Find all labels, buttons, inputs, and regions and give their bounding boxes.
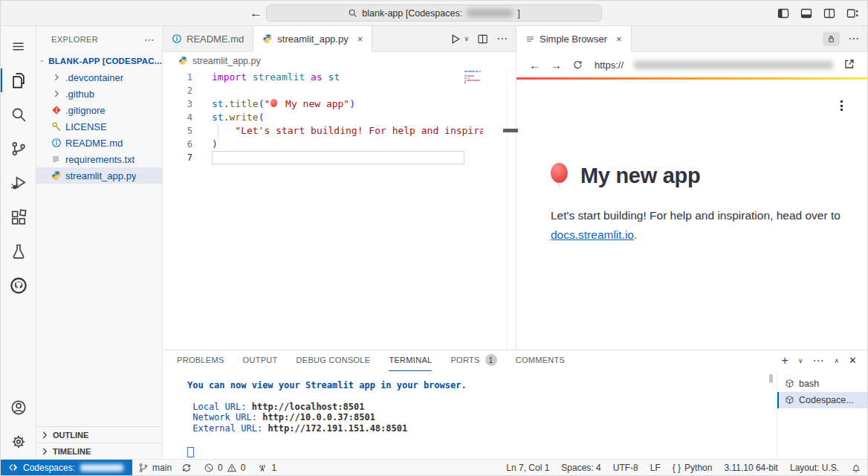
history-back-icon[interactable]: ← <box>250 6 262 21</box>
editor-more-actions-icon[interactable]: ⋯ <box>496 32 508 45</box>
code-line[interactable]: 3st.title(" My new app") <box>163 97 516 111</box>
eol-status[interactable]: LF <box>644 460 667 475</box>
redacted-codespace-name <box>467 9 513 17</box>
menu-button[interactable] <box>1 29 36 63</box>
ports-status[interactable]: 1 <box>251 460 282 475</box>
tree-item-gitignore[interactable]: .gitignore <box>36 102 162 118</box>
language-status[interactable]: { }Python <box>667 460 719 475</box>
activity-testing[interactable] <box>1 234 36 268</box>
sync-icon[interactable] <box>181 463 192 473</box>
timeline-section[interactable]: TIMELINE <box>36 443 162 459</box>
close-tab-icon[interactable]: × <box>357 33 363 45</box>
search-icon <box>348 8 357 18</box>
breadcrumb-file[interactable]: streamlit_app.py <box>192 56 261 66</box>
code-line[interactable]: 7 <box>163 151 516 164</box>
workbench: EXPLORER ⋯ BLANK-APP [CODESPAC... .devco… <box>1 26 867 459</box>
activity-extensions[interactable] <box>1 200 36 234</box>
breadcrumb[interactable]: streamlit_app.py <box>163 52 516 69</box>
tree-item-streamlit-app[interactable]: streamlit_app.py <box>36 167 162 184</box>
command-center-search[interactable]: blank-app [Codespaces: ] <box>266 4 602 22</box>
activity-bar <box>1 26 36 459</box>
browser-forward-icon[interactable]: → <box>551 59 562 71</box>
activity-github[interactable] <box>1 268 36 303</box>
line-number: 2 <box>163 84 192 97</box>
url-scheme[interactable]: https:// <box>595 60 624 71</box>
close-panel-icon[interactable]: ✕ <box>849 355 857 366</box>
cursor-position-status[interactable]: Ln 7, Col 1 <box>500 460 555 475</box>
code-line[interactable]: 1import streamlit as st <box>163 71 516 84</box>
branch-status[interactable]: main <box>132 460 198 475</box>
code-line[interactable]: 4st.write( <box>163 111 516 124</box>
terminal-dropdown-icon[interactable]: ∨ <box>798 357 803 364</box>
code-editor[interactable]: 1import streamlit as st23st.title(" My n… <box>163 69 516 350</box>
panel-tab-debug-console[interactable]: DEBUG CONSOLE <box>297 350 371 371</box>
activity-explorer[interactable] <box>1 63 36 97</box>
minimap[interactable] <box>464 71 489 105</box>
toggle-sidebar-icon[interactable] <box>777 7 789 19</box>
split-editor-icon[interactable] <box>477 33 488 45</box>
close-tab-icon[interactable]: × <box>616 33 622 45</box>
tree-item-devcontainer[interactable]: .devcontainer <box>36 69 162 86</box>
problems-status[interactable]: 0 0 <box>198 460 251 475</box>
outline-section[interactable]: OUTLINE <box>36 426 162 443</box>
terminal-actions: + ∨ ⋯ ∧ ✕ <box>782 350 857 371</box>
toggle-secondary-sidebar-icon[interactable] <box>823 7 835 19</box>
docs-link[interactable]: docs.streamlit.io <box>551 228 634 241</box>
activity-source-control[interactable] <box>1 132 36 166</box>
menu-icon <box>11 39 25 54</box>
open-external-icon[interactable] <box>843 58 855 70</box>
titlebar: ← → blank-app [Codespaces: ] <box>1 1 867 26</box>
keyboard-layout-status[interactable]: Layout: U.S. <box>784 460 845 475</box>
python-icon <box>178 56 188 65</box>
panel-tab-ports[interactable]: PORTS1 <box>450 350 496 371</box>
terminal-line: External URL: http://172.191.151.48:8501 <box>187 423 772 434</box>
tree-item-requirements[interactable]: requirements.txt <box>36 151 162 167</box>
redacted-codespace-name <box>80 464 123 472</box>
panel-tab-output[interactable]: OUTPUT <box>243 350 278 371</box>
new-terminal-icon[interactable]: + <box>782 354 788 367</box>
tree-item-readme[interactable]: README.md <box>36 135 162 151</box>
explorer-more-actions-icon[interactable]: ⋯ <box>144 33 155 45</box>
run-dropdown-icon[interactable]: ∨ <box>464 35 469 42</box>
lock-toggle-button[interactable] <box>823 32 840 46</box>
reload-icon[interactable] <box>572 60 583 70</box>
tab-streamlit-app[interactable]: streamlit_app.py × <box>253 26 372 52</box>
terminal-session-codespace[interactable]: Codespace... <box>777 392 867 408</box>
code-line[interactable]: 2 <box>163 84 516 97</box>
python-version-status[interactable]: 3.11.10 64-bit <box>718 460 784 475</box>
remote-indicator[interactable]: Codespaces: <box>1 460 132 475</box>
browser-more-actions-icon[interactable]: ⋯ <box>848 32 860 45</box>
git-diamond-icon <box>51 105 62 115</box>
panel-tab-comments[interactable]: COMMENTS <box>516 350 566 371</box>
toggle-panel-icon[interactable] <box>800 7 812 19</box>
app-paragraph: Let's start building! For help and inspi… <box>551 206 866 245</box>
panel-tab-problems[interactable]: PROBLEMS <box>177 350 224 371</box>
panel-tab-terminal[interactable]: TERMINAL <box>389 350 432 371</box>
code-line[interactable]: 5 "Let's start building! For help and in… <box>163 124 516 138</box>
sash-handle[interactable] <box>503 129 518 132</box>
activity-settings[interactable] <box>1 425 36 459</box>
terminal-session-bash[interactable]: bash <box>777 376 867 392</box>
indentation-status[interactable]: Spaces: 4 <box>555 460 606 475</box>
terminal-output[interactable]: You can now view your Streamlit app in y… <box>163 371 772 460</box>
maximize-panel-icon[interactable]: ∧ <box>835 357 840 364</box>
activity-search[interactable] <box>1 97 36 132</box>
streamlit-menu-icon[interactable] <box>841 100 843 111</box>
tree-root-blank-app[interactable]: BLANK-APP [CODESPAC... <box>36 53 162 69</box>
activity-run-debug[interactable] <box>1 166 36 200</box>
code-line[interactable]: 6) <box>163 138 516 151</box>
customize-layout-icon[interactable] <box>846 7 858 19</box>
tab-simple-browser[interactable]: Simple Browser × <box>516 26 632 52</box>
activity-account[interactable] <box>1 390 36 425</box>
notifications-status[interactable] <box>845 460 867 475</box>
error-icon <box>204 463 214 473</box>
terminal-scrollbar[interactable] <box>769 374 773 383</box>
encoding-status[interactable]: UTF-8 <box>607 460 644 475</box>
run-file-icon[interactable] <box>450 33 461 45</box>
tree-item-github[interactable]: .github <box>36 86 162 102</box>
line-number: 5 <box>163 124 192 138</box>
tree-item-license[interactable]: LICENSE <box>36 118 162 135</box>
browser-back-icon[interactable]: ← <box>529 59 540 71</box>
tab-readme[interactable]: README.md <box>163 26 253 51</box>
panel-more-actions-icon[interactable]: ⋯ <box>813 354 825 367</box>
